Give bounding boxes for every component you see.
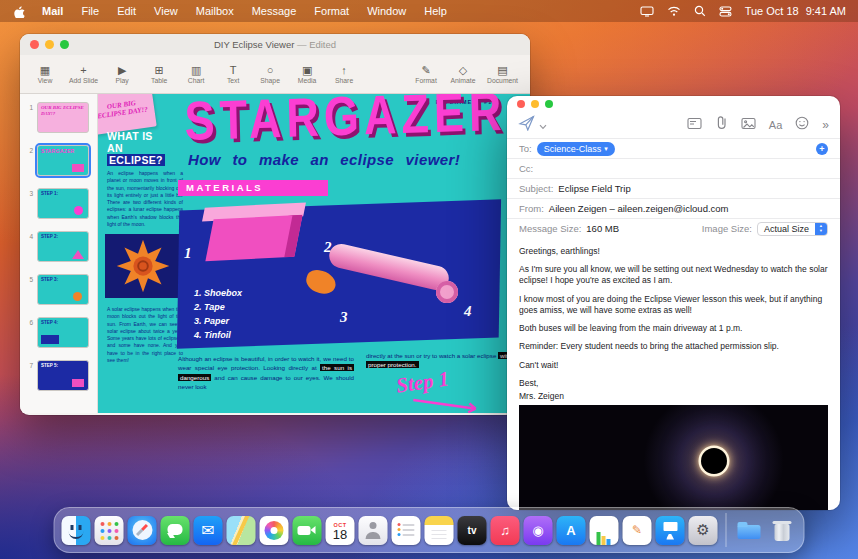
dock-mail-icon[interactable]: ✉	[194, 516, 223, 545]
media-button[interactable]: ▣Media	[294, 64, 320, 84]
slide-thumbnail-label: STEP 2:	[41, 234, 58, 239]
menu-item-window[interactable]: Window	[358, 0, 415, 22]
slide-title-stargazer[interactable]: STARGAZER	[184, 94, 507, 153]
mail-compose-window: Aa » To: Science-Class ▾ + Cc: Subject: …	[507, 96, 840, 510]
shape-button[interactable]: ○Shape	[257, 64, 283, 84]
image-size-label: Image Size:	[702, 223, 752, 234]
dock-finder-icon[interactable]	[62, 516, 91, 545]
dock-tv-icon[interactable]: tv	[458, 516, 487, 545]
display-icon[interactable]	[640, 6, 654, 17]
apple-menu-icon[interactable]	[14, 5, 25, 18]
what-is-eclipse-textbox[interactable]: WHAT IS AN ECLIPSE? An eclipse happens w…	[107, 130, 183, 228]
view-button[interactable]: ▦View	[32, 64, 58, 84]
header-fields-icon[interactable]	[687, 116, 702, 134]
document-button[interactable]: ▤Document	[487, 64, 518, 84]
close-button[interactable]	[517, 100, 525, 108]
slide-thumbnail-2-selected[interactable]: STARGAZER	[37, 145, 89, 176]
share-button[interactable]: ↑Share	[331, 64, 357, 84]
attach-icon[interactable]	[715, 115, 728, 134]
dock-photos-icon[interactable]	[260, 516, 289, 545]
dock-podcasts-icon[interactable]: ◉	[524, 516, 553, 545]
material-number-3: 3	[340, 309, 348, 326]
mail-toolbar-right: Aa »	[687, 115, 829, 134]
toolbar-overflow-button[interactable]: »	[822, 118, 829, 132]
wifi-icon[interactable]	[667, 6, 681, 17]
message-body-editor[interactable]: Greetings, earthlings! As I'm sure you a…	[507, 238, 840, 510]
minimize-button[interactable]	[531, 100, 539, 108]
dock-calendar-icon[interactable]: OCT 18	[326, 516, 355, 545]
dock-reminders-icon[interactable]	[392, 516, 421, 545]
menu-item-help[interactable]: Help	[415, 0, 456, 22]
dock-maps-icon[interactable]	[227, 516, 256, 545]
control-center-icon[interactable]	[719, 6, 732, 17]
menu-bar-status: Tue Oct 18 9:41 AM	[640, 5, 848, 17]
dock-numbers-icon[interactable]	[590, 516, 619, 545]
slide-thumbnail-7[interactable]: STEP 5:	[37, 360, 89, 391]
animate-button[interactable]: ◇Animate	[450, 64, 476, 84]
cc-field-row[interactable]: Cc:	[507, 158, 840, 178]
material-number-2: 2	[324, 239, 332, 256]
menu-item-view[interactable]: View	[145, 0, 187, 22]
materials-illustration[interactable]: 1 2 3 4 1. Shoebox 2. Tape 3. Paper 4. T…	[178, 197, 524, 357]
search-icon[interactable]	[694, 5, 706, 17]
slide-thumbnail-row: 6 STEP 4:	[24, 317, 91, 348]
sun-graphic-object[interactable]	[105, 234, 181, 298]
menu-item-file[interactable]: File	[72, 0, 108, 22]
format-text-button[interactable]: Aa	[769, 119, 782, 131]
play-button[interactable]: ▶Play	[109, 64, 135, 84]
eclipse-photo-attachment[interactable]	[519, 405, 828, 510]
solar-eclipse-textbox[interactable]: A solar eclipse happens when the moon bl…	[107, 306, 183, 364]
slide-subtitle[interactable]: How to make an eclipse viewer!	[188, 151, 460, 168]
dock-safari-icon[interactable]	[128, 516, 157, 545]
dock-keynote-icon[interactable]	[656, 516, 685, 545]
subject-field-row[interactable]: Subject: Eclipse Field Trip	[507, 178, 840, 198]
table-button[interactable]: ⊞Table	[146, 64, 172, 84]
document-icon: ▤	[497, 64, 507, 76]
add-recipient-button[interactable]: +	[816, 143, 828, 155]
menu-item-mail[interactable]: Mail	[33, 0, 72, 22]
dock-messages-icon[interactable]	[161, 516, 190, 545]
materials-heading[interactable]: MATERIALS	[178, 180, 328, 196]
gear-icon: ⚙	[696, 521, 709, 539]
dock-notes-icon[interactable]	[425, 516, 454, 545]
slide-thumbnail-5[interactable]: STEP 3:	[37, 274, 89, 305]
dock-separator	[726, 513, 727, 547]
menu-item-mailbox[interactable]: Mailbox	[187, 0, 243, 22]
eclipse-corona	[701, 448, 727, 474]
menu-item-edit[interactable]: Edit	[108, 0, 145, 22]
caption-left-textbox[interactable]: Although an eclipse is beautiful, in ord…	[178, 354, 354, 391]
dock-pages-icon[interactable]: ✎	[623, 516, 652, 545]
add-slide-button[interactable]: +Add Slide	[69, 64, 98, 84]
dock-music-icon[interactable]: ♫	[491, 516, 520, 545]
slide-thumbnail-3[interactable]: STEP 1:	[37, 188, 89, 219]
slide-thumbnail-6[interactable]: STEP 4:	[37, 317, 89, 348]
dock-trash-icon[interactable]	[768, 516, 797, 545]
menu-item-format[interactable]: Format	[305, 0, 358, 22]
mail-titlebar[interactable]	[507, 96, 840, 111]
from-field-row[interactable]: From: Aileen Zeigen – aileen.zeigen@iclo…	[507, 198, 840, 218]
slide-thumbnail-1[interactable]: OUR BIG ECLIPSE DAY!?	[37, 102, 89, 133]
chart-button[interactable]: ▥Chart	[183, 64, 209, 84]
menu-bar-clock[interactable]: Tue Oct 18 9:41 AM	[745, 5, 846, 17]
step-arrow-icon	[411, 393, 486, 413]
to-field-row[interactable]: To: Science-Class ▾ +	[507, 138, 840, 158]
dock-downloads-icon[interactable]	[735, 516, 764, 545]
text-button[interactable]: TText	[220, 64, 246, 84]
emoji-icon[interactable]	[795, 116, 809, 134]
dock-system-settings-icon[interactable]: ⚙	[689, 516, 718, 545]
slide-thumbnail-4[interactable]: STEP 2:	[37, 231, 89, 262]
keynote-titlebar[interactable]: DIY Eclipse Viewer — Edited	[20, 34, 530, 55]
send-button[interactable]	[518, 115, 535, 135]
image-size-popup[interactable]: Actual Size ▴ ▾	[757, 222, 828, 236]
dock-launchpad-icon[interactable]	[95, 516, 124, 545]
dock-app-store-icon[interactable]: A	[557, 516, 586, 545]
format-button[interactable]: ✎Format	[413, 64, 439, 84]
recipient-token[interactable]: Science-Class ▾	[537, 142, 615, 156]
photo-browser-icon[interactable]	[741, 116, 756, 134]
dock-contacts-icon[interactable]	[359, 516, 388, 545]
send-options-chevron-icon[interactable]	[539, 116, 547, 134]
slide-canvas[interactable]: EXPERIMENT #11 OUR BIG ECLIPSE DAY!? WHA…	[98, 94, 530, 413]
menu-item-message[interactable]: Message	[243, 0, 306, 22]
dock-facetime-icon[interactable]	[293, 516, 322, 545]
zoom-button[interactable]	[545, 100, 553, 108]
